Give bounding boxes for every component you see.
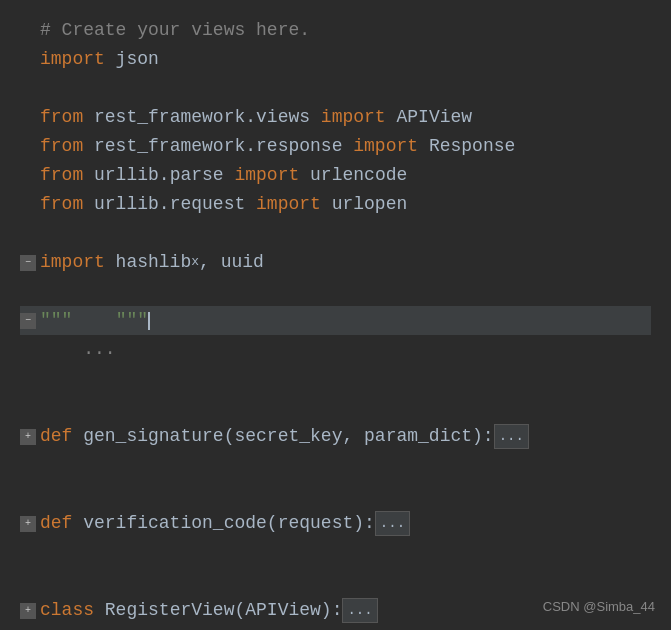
code-text: Response [418, 132, 515, 161]
keyword-import: import [353, 132, 418, 161]
fold-button[interactable]: − [20, 255, 36, 271]
code-text: urllib.parse [83, 161, 234, 190]
code-text: rest_framework.views [83, 103, 321, 132]
string-close: """ [116, 306, 148, 335]
code-line-empty [20, 451, 651, 480]
code-text: hashlib [105, 248, 191, 277]
code-text: gen_signature(secret_key, param_dict): [72, 422, 493, 451]
keyword-import: import [321, 103, 386, 132]
fold-button[interactable]: + [20, 516, 36, 532]
keyword-import: import [40, 45, 105, 74]
subscript-x: x [191, 252, 199, 273]
code-line-empty [20, 393, 651, 422]
collapsed-indicator: ... [494, 424, 529, 448]
code-text: APIView [386, 103, 472, 132]
keyword-def: def [40, 509, 72, 538]
keyword-import: import [40, 248, 105, 277]
collapsed-indicator: ... [375, 511, 410, 535]
code-text: , uuid [199, 248, 264, 277]
code-text: rest_framework.response [83, 132, 353, 161]
code-line-6: from urllib.parse import urlencode [20, 161, 651, 190]
keyword-from: from [40, 190, 83, 219]
code-line-empty [20, 538, 651, 567]
keyword-from: from [40, 103, 83, 132]
code-line-11: − """ """ [20, 306, 651, 335]
collapsed-indicator: ... [342, 598, 377, 622]
code-text: ... [83, 335, 115, 364]
code-line-4: from rest_framework.views import APIView [20, 103, 651, 132]
code-text: # Create your views here. [40, 16, 310, 45]
keyword-from: from [40, 161, 83, 190]
code-editor: # Create your views here. import json fr… [0, 0, 671, 630]
code-line-15: + def gen_signature(secret_key, param_di… [20, 422, 651, 451]
code-indent [40, 335, 83, 364]
code-text: verification_code(request): [72, 509, 374, 538]
keyword-from: from [40, 132, 83, 161]
fold-button[interactable]: + [20, 429, 36, 445]
code-line-empty [20, 219, 651, 248]
code-line-empty [20, 480, 651, 509]
code-text: RegisterView(APIView): [94, 596, 342, 625]
code-line-empty [20, 74, 651, 103]
string-open: """ [40, 306, 72, 335]
text-cursor [148, 312, 150, 330]
code-line-1: # Create your views here. [20, 16, 651, 45]
code-text: urlencode [299, 161, 407, 190]
fold-button[interactable]: − [20, 313, 36, 329]
code-text [72, 306, 115, 335]
code-line-empty [20, 567, 651, 596]
code-line-2: import json [20, 45, 651, 74]
fold-button[interactable]: + [20, 603, 36, 619]
code-text: urllib.request [83, 190, 256, 219]
code-line-empty [20, 277, 651, 306]
watermark: CSDN @Simba_44 [543, 597, 655, 618]
code-line-12: ... [20, 335, 651, 364]
code-text: json [105, 45, 159, 74]
keyword-import: import [234, 161, 299, 190]
code-line-18: + def verification_code(request):... [20, 509, 651, 538]
code-line-5: from rest_framework.response import Resp… [20, 132, 651, 161]
code-line-7: from urllib.request import urlopen [20, 190, 651, 219]
keyword-def: def [40, 422, 72, 451]
code-line-9: − import hashlibx, uuid [20, 248, 651, 277]
code-text: urlopen [321, 190, 407, 219]
keyword-import: import [256, 190, 321, 219]
keyword-class: class [40, 596, 94, 625]
code-line-empty [20, 364, 651, 393]
